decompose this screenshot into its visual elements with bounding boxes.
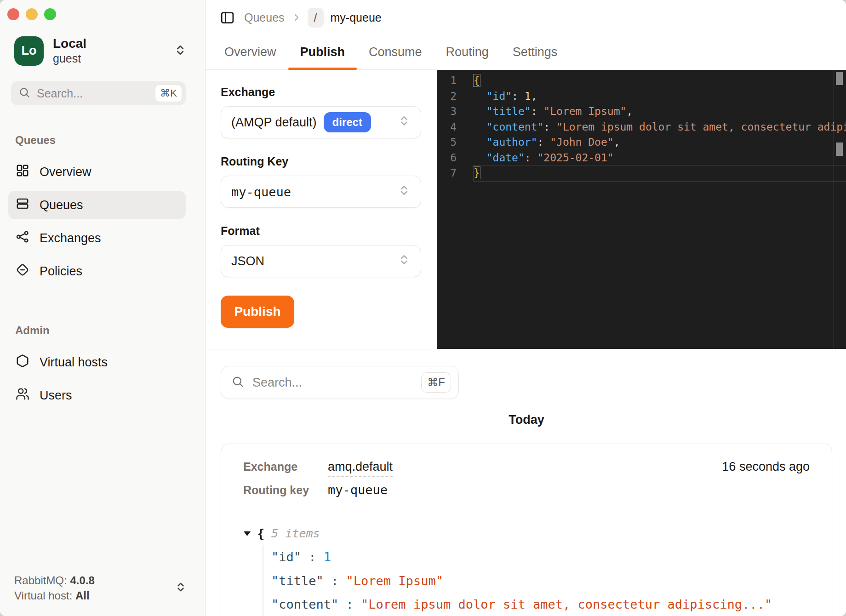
messages-search[interactable]: ⌘F <box>221 366 459 399</box>
sidebar-item-policies[interactable]: Policies <box>8 257 186 285</box>
tab-publish[interactable]: Publish <box>288 35 357 69</box>
exchange-meta-value[interactable]: amq.default <box>328 460 393 477</box>
broker-info-switcher[interactable]: RabbitMQ: 4.0.8 Virtual host: All <box>14 573 187 603</box>
sidebar: Lo Local guest ⌘K Queues Overview <box>0 0 206 616</box>
messages-group-label: Today <box>221 413 832 427</box>
editor-code[interactable]: { "id": 1, "title": "Lorem Ipsum", "cont… <box>464 73 846 349</box>
tab-settings[interactable]: Settings <box>501 35 570 69</box>
sidebar-item-users[interactable]: Users <box>8 381 186 410</box>
users-icon <box>16 387 29 404</box>
tree-open-brace: { <box>257 526 264 541</box>
line-number: 5 <box>437 135 457 150</box>
tab-consume[interactable]: Consume <box>357 35 434 69</box>
connection-user: guest <box>53 51 86 66</box>
app-window: Lo Local guest ⌘K Queues Overview <box>0 0 846 616</box>
format-value: JSON <box>231 254 264 268</box>
sidebar-item-label: Queues <box>40 198 83 212</box>
routing-key-select[interactable]: my-queue <box>221 176 421 208</box>
sidebar-search-input[interactable] <box>37 87 155 100</box>
search-shortcut-badge: ⌘F <box>421 372 451 393</box>
message-body-editor[interactable]: 1234567 { "id": 1, "title": "Lorem Ipsum… <box>437 70 846 349</box>
routing-key-value: my-queue <box>231 185 291 199</box>
breadcrumb: Queues / my-queue <box>206 0 846 35</box>
share-network-icon <box>16 230 29 247</box>
exchange-meta-label: Exchange <box>243 460 328 473</box>
publish-button[interactable]: Publish <box>221 296 294 328</box>
search-icon <box>18 86 30 100</box>
avatar: Lo <box>14 36 44 66</box>
sidebar-item-label: Users <box>40 388 72 403</box>
format-label: Format <box>221 224 421 238</box>
exchange-value: (AMQP default) <box>231 115 317 130</box>
sidebar-item-virtual-hosts[interactable]: Virtual hosts <box>8 348 186 376</box>
breadcrumb-current-queue: my-queue <box>331 11 382 24</box>
vhost-line: Virtual host: All <box>14 588 95 603</box>
line-number: 1 <box>437 73 457 89</box>
hexagon-icon <box>16 354 29 371</box>
zoom-window-button[interactable] <box>44 8 56 20</box>
tab-overview[interactable]: Overview <box>212 35 288 69</box>
routing-key-label: Routing Key <box>221 155 421 168</box>
sidebar-toggle-icon[interactable] <box>220 10 235 25</box>
code-line[interactable]: "title": "Lorem Ipsum", <box>474 104 846 120</box>
chevrons-up-down-icon <box>398 114 411 131</box>
editor-scrollbar[interactable] <box>833 70 846 349</box>
vhost-badge: / <box>308 8 324 28</box>
tree-collapse-icon[interactable] <box>243 531 251 536</box>
sidebar-item-overview[interactable]: Overview <box>8 158 186 186</box>
message-history: ⌘F Today Exchange amq.default Routing ke… <box>206 349 846 616</box>
routing-key-meta-label: Routing key <box>243 484 328 497</box>
exchange-label: Exchange <box>221 86 421 99</box>
sidebar-item-queues[interactable]: Queues <box>8 191 186 219</box>
cursor-position-marker <box>836 143 843 156</box>
code-line[interactable]: } <box>474 165 846 181</box>
line-number: 4 <box>437 120 457 135</box>
published-message-card: Exchange amq.default Routing key my-queu… <box>221 444 832 616</box>
close-window-button[interactable] <box>7 8 19 20</box>
code-line[interactable]: "content": "Lorem ipsum dolor sit amet, … <box>474 120 846 135</box>
exchange-select[interactable]: (AMQP default) direct <box>221 106 421 138</box>
chevrons-up-down-icon <box>174 44 187 58</box>
chevrons-up-down-icon <box>398 184 411 200</box>
tree-entry: "id" : 1 <box>271 545 810 569</box>
sidebar-item-label: Virtual hosts <box>40 355 108 370</box>
code-line[interactable]: "date": "2025-02-01" <box>474 150 846 166</box>
sidebar-item-label: Exchanges <box>40 231 101 245</box>
code-line[interactable]: { <box>474 73 846 89</box>
sidebar-search[interactable]: ⌘K <box>11 81 186 105</box>
connection-switcher[interactable]: Lo Local guest <box>14 36 187 66</box>
line-number: 3 <box>437 104 457 120</box>
line-number: 6 <box>437 150 457 166</box>
messages-search-input[interactable] <box>252 376 421 390</box>
tree-items-count: 5 items <box>271 527 320 540</box>
main-panel: Queues / my-queue OverviewPublishConsume… <box>206 0 846 616</box>
sidebar-item-label: Policies <box>40 264 82 279</box>
publish-form: Exchange (AMQP default) direct Routing K… <box>206 70 437 349</box>
chevrons-up-down-icon <box>175 581 187 595</box>
sidebar-item-exchanges[interactable]: Exchanges <box>8 224 186 252</box>
sidebar-section-queues: Queues <box>15 134 205 147</box>
format-select[interactable]: JSON <box>221 245 421 277</box>
window-controls <box>0 0 205 20</box>
dashboard-icon <box>16 164 29 181</box>
tree-entry: "title" : "Lorem Ipsum" <box>271 569 810 593</box>
publish-panel: Exchange (AMQP default) direct Routing K… <box>206 70 846 349</box>
sidebar-item-label: Overview <box>40 165 91 179</box>
routing-key-meta-value: my-queue <box>328 483 393 497</box>
tree-entry: "content" : "Lorem ipsum dolor sit amet,… <box>271 593 810 616</box>
code-line[interactable]: "author": "John Doe", <box>474 135 846 150</box>
message-json-tree: { 5 items "id" : 1"title" : "Lorem Ipsum… <box>243 526 810 616</box>
tab-routing[interactable]: Routing <box>434 35 501 69</box>
code-line[interactable]: "id": 1, <box>474 89 846 104</box>
scrollbar-thumb[interactable] <box>836 72 843 85</box>
tree-body: "id" : 1"title" : "Lorem Ipsum""content"… <box>263 545 810 616</box>
search-shortcut-badge: ⌘K <box>155 85 182 102</box>
editor-gutter: 1234567 <box>437 73 464 349</box>
breadcrumb-queues-link[interactable]: Queues <box>244 11 285 24</box>
minimize-window-button[interactable] <box>26 8 38 20</box>
sidebar-section-admin: Admin <box>15 324 205 337</box>
chevron-right-icon <box>291 12 302 23</box>
sidebar-nav-admin: Virtual hosts Users <box>8 348 186 410</box>
connection-name: Local <box>53 36 86 51</box>
message-timestamp: 16 seconds ago <box>722 460 810 474</box>
